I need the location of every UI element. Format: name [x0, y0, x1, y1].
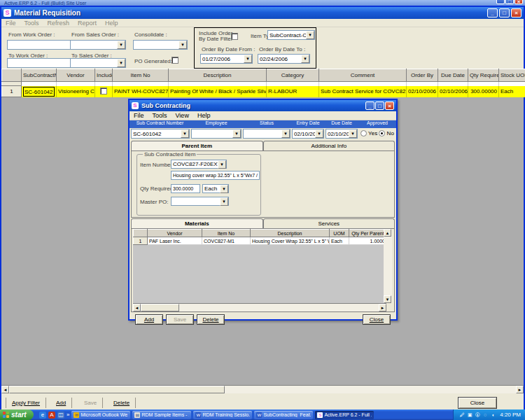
col-comment[interactable]: Comment — [319, 69, 407, 82]
col-category[interactable]: Category — [267, 69, 319, 82]
app-shortcut-icon[interactable]: ◫ — [57, 412, 64, 419]
cell-due-date[interactable]: 02/10/2006 — [438, 86, 468, 97]
dialog-minimize-button[interactable]: _ — [365, 102, 374, 110]
col-subcontractno[interactable]: SubContractNo — [22, 69, 57, 82]
taskbar-button-outlook[interactable]: ✉ Microsoft Outlook We... — [71, 411, 130, 419]
scroll-left-icon[interactable]: ◄ — [1, 386, 9, 393]
table-row[interactable]: 1 SC-601042 Visioneering Corp PAINT WH-C… — [2, 86, 525, 97]
master-po-combo[interactable]: ▼ — [171, 197, 229, 206]
dialog-close-button[interactable]: × — [385, 102, 394, 110]
cell-comment[interactable]: Sub Contract Service for COVC827-F20EXT — [319, 86, 407, 97]
menu-help[interactable]: Help — [105, 20, 118, 26]
dropdown-arrow-icon[interactable]: ▼ — [281, 130, 290, 138]
tab-materials[interactable]: Materials — [131, 218, 263, 228]
col-item-no[interactable]: Item No — [113, 69, 169, 82]
outer-close-button[interactable]: × — [514, 0, 523, 4]
approved-no-radio[interactable] — [379, 130, 385, 136]
dropdown-arrow-icon[interactable]: ▼ — [218, 160, 226, 169]
mcol-vendor[interactable]: Vendor — [148, 230, 202, 237]
dialog-save-button[interactable]: Save — [166, 314, 194, 325]
acrobat-icon[interactable]: A — [48, 412, 55, 419]
materials-horizontal-scrollbar[interactable]: ◄ ► — [133, 303, 386, 312]
uom-combo[interactable]: Each▼ — [202, 184, 229, 193]
mcell-uom[interactable]: Each — [330, 237, 349, 245]
scroll-right-icon[interactable]: ► — [379, 304, 386, 312]
cell-item-no[interactable]: PAINT WH-COVC827-F20EXT — [113, 86, 169, 97]
tray-pen-icon[interactable]: 🖉 — [459, 412, 465, 418]
close-button[interactable]: × — [511, 8, 522, 18]
cell-qty-required[interactable]: 300.00000 — [468, 86, 499, 97]
taskbar-button-rdm-training[interactable]: W RDM Training Sessio... — [193, 411, 252, 419]
qty-required-field[interactable]: 300.0000 — [171, 184, 200, 193]
cell-subcontract-no[interactable]: SC-601042 — [22, 86, 57, 97]
scroll-up-icon[interactable]: ▲ — [384, 229, 391, 237]
scroll-down-icon[interactable]: ▼ — [384, 295, 391, 303]
dialog-menu-view[interactable]: View — [176, 112, 189, 119]
minimize-button[interactable]: _ — [487, 8, 498, 18]
tray-display-icon[interactable]: ▣ — [467, 412, 472, 418]
dropdown-arrow-icon[interactable]: ▼ — [301, 55, 309, 63]
col-stock-uom[interactable]: Stock UOM — [499, 69, 525, 82]
menu-report[interactable]: Report — [78, 20, 97, 26]
order-by-date-to-combo[interactable]: 02/24/2006▼ — [258, 54, 310, 64]
start-button[interactable]: start — [0, 410, 34, 420]
dropdown-arrow-icon[interactable]: ▼ — [181, 130, 189, 138]
col-qty-required[interactable]: Qty Required — [468, 69, 499, 82]
mcell-description[interactable]: Housing Cover Wrap 32.55" L x 5" Wx7 — [251, 237, 330, 245]
delete-button[interactable]: Delete — [108, 398, 136, 408]
col-include[interactable]: Include — [95, 69, 113, 82]
main-horizontal-scrollbar[interactable]: ◄ ► — [1, 385, 524, 393]
col-description[interactable]: Description — [169, 69, 267, 82]
dialog-maximize-button[interactable]: □ — [375, 102, 384, 110]
dialog-add-button[interactable]: Add — [135, 314, 163, 325]
include-order-checkbox[interactable] — [231, 33, 238, 40]
taskbar-button-active-erp[interactable]: S Active.ERP 6.2 - Full ... — [315, 411, 374, 419]
dropdown-arrow-icon[interactable]: ▼ — [220, 197, 228, 206]
dialog-menu-help[interactable]: Help — [197, 112, 211, 119]
tab-parent-item[interactable]: Parent Item — [131, 141, 263, 150]
menu-refresh[interactable]: Refresh — [48, 20, 70, 26]
cell-description[interactable]: Painting Of White / Black / Sparkle Silv… — [169, 86, 267, 97]
outer-minimize-button[interactable]: _ — [496, 0, 505, 4]
scroll-left-icon[interactable]: ◄ — [133, 304, 141, 312]
mcol-qty-per-parent[interactable]: Qty Per Parent — [349, 230, 387, 237]
approved-yes-radio[interactable] — [360, 130, 367, 136]
dialog-close-action-button[interactable]: Close — [363, 314, 391, 325]
dialog-menu-file[interactable]: File — [134, 112, 144, 119]
dropdown-arrow-icon[interactable]: ▼ — [315, 130, 323, 138]
mcol-description[interactable]: Description — [251, 230, 330, 237]
main-close-button[interactable]: Close — [458, 397, 497, 409]
cell-stock-uom[interactable]: Each — [499, 86, 525, 97]
maximize-button[interactable]: □ — [499, 8, 510, 18]
cell-vendor[interactable]: Visioneering Corp — [57, 86, 95, 97]
add-button[interactable]: Add — [50, 398, 72, 408]
mcell-vendor[interactable]: PAF Laser Inc. — [148, 237, 202, 245]
from-sales-order-combo[interactable]: ▼ — [70, 40, 126, 50]
scrollbar-thumb[interactable] — [9, 386, 225, 393]
mcell-item-no[interactable]: COVC827-M1 — [202, 237, 251, 245]
cell-order-by[interactable]: 02/10/2006 — [407, 86, 438, 97]
mcol-uom[interactable]: UOM — [330, 230, 349, 237]
to-sales-order-combo[interactable]: ▼ — [70, 58, 126, 68]
dropdown-arrow-icon[interactable]: ▼ — [220, 185, 228, 193]
scrollbar-thumb[interactable] — [141, 304, 179, 312]
selected-cell[interactable]: SC-601042 — [23, 87, 55, 97]
apply-filter-button[interactable]: Apply Filter — [6, 398, 46, 408]
employee-combo[interactable]: ▼ — [191, 129, 241, 139]
outer-maximize-button[interactable]: □ — [505, 0, 514, 4]
status-combo[interactable]: ▼ — [243, 129, 290, 139]
include-checkbox[interactable] — [100, 88, 107, 94]
dropdown-arrow-icon[interactable]: ▼ — [306, 31, 314, 39]
po-generated-checkbox[interactable] — [172, 57, 178, 64]
internet-explorer-icon[interactable]: e — [39, 412, 46, 419]
mcol-item-no[interactable]: Item No — [202, 230, 251, 237]
taskbar-button-subcontracting-doc[interactable]: W SubContracting_Feat... — [254, 411, 313, 419]
tray-network-icon[interactable]: ◖ — [490, 412, 496, 418]
dropdown-arrow-icon[interactable]: ▼ — [349, 130, 357, 138]
mcell-qty-per-parent[interactable]: 1.0000 — [349, 237, 387, 245]
entry-date-combo[interactable]: 02/10/2006▼ — [292, 129, 324, 139]
tab-services[interactable]: Services — [263, 218, 396, 228]
item-description-field[interactable]: Housing cover wrap 32.55" L x 5"Wx7 / 16… — [171, 171, 260, 180]
tab-additional-info[interactable]: Additional Info — [263, 141, 396, 150]
dialog-delete-button[interactable]: Delete — [197, 314, 225, 325]
